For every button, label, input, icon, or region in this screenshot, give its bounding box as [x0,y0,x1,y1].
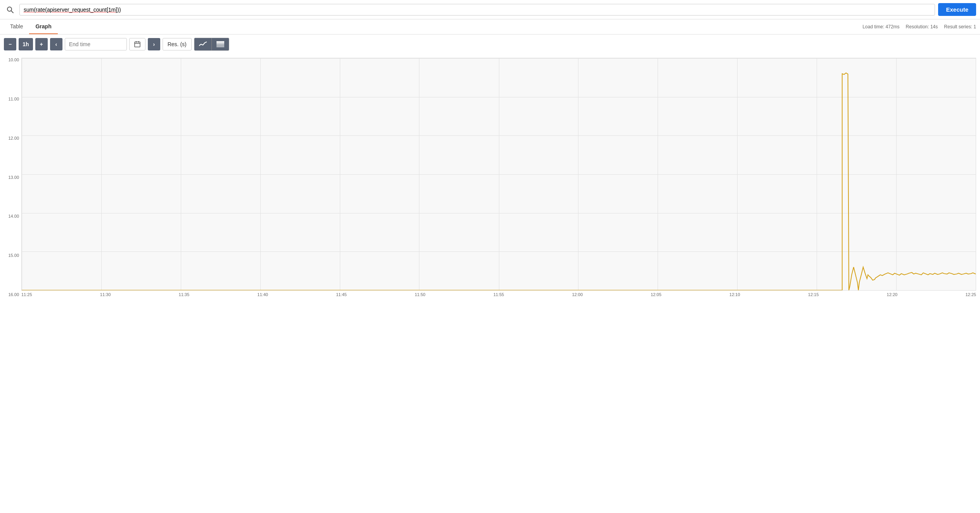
svg-rect-2 [135,42,140,47]
x-label-1215: 12:15 [808,292,819,297]
y-label-16: 16.00 [8,293,19,297]
x-label-1145: 11:45 [336,292,347,297]
y-axis: 16.00 15.00 14.00 13.00 12.00 11.00 10.0… [0,58,21,297]
x-label-1220: 12:20 [887,292,898,297]
zoom-out-button[interactable]: − [4,38,16,50]
x-label-1125: 11:25 [21,292,32,297]
x-axis: 11:25 11:30 11:35 11:40 11:45 11:50 11:5… [21,291,976,297]
calendar-button[interactable] [129,38,145,50]
query-input[interactable] [19,4,935,16]
grid-h-6 [22,290,976,291]
chart-type-group [194,38,229,51]
chart-area [21,58,976,291]
x-label-1150: 11:50 [415,292,426,297]
chart-container: 16.00 15.00 14.00 13.00 12.00 11.00 10.0… [0,54,980,312]
y-label-14: 14.00 [8,214,19,218]
x-label-1225: 12:25 [965,292,976,297]
next-button[interactable]: › [148,38,160,50]
line-chart-button[interactable] [194,38,211,50]
svg-rect-6 [216,44,224,47]
x-label-1155: 11:55 [493,292,504,297]
prev-button[interactable]: ‹ [50,38,62,50]
x-label-1210: 12:10 [729,292,740,297]
grid-v-12 [976,58,976,290]
zoom-in-button[interactable]: + [35,38,48,50]
controls-bar: − 1h + ‹ › Res. (s) [0,35,980,54]
tab-graph[interactable]: Graph [29,19,57,34]
y-label-15: 15.00 [8,253,19,258]
svg-rect-7 [216,43,224,44]
search-icon [4,3,16,16]
top-bar: Execute [0,0,980,19]
duration-label: 1h [19,38,33,50]
x-label-1205: 12:05 [651,292,661,297]
y-label-12: 12.00 [8,136,19,140]
meta-info: Load time: 472ms Resolution: 14s Result … [862,24,976,29]
x-label-1140: 11:40 [257,292,268,297]
y-label-10: 10.00 [8,58,19,62]
execute-button[interactable]: Execute [938,3,976,16]
x-label-1200: 12:00 [572,292,583,297]
x-label-1135: 11:35 [179,292,190,297]
resolution: Resolution: 14s [906,24,938,29]
tab-table[interactable]: Table [4,19,29,34]
x-label-1130: 11:30 [100,292,111,297]
load-time: Load time: 472ms [862,24,899,29]
stacked-chart-button[interactable] [211,38,229,50]
y-label-13: 13.00 [8,175,19,180]
chart-svg [22,58,976,290]
y-label-11: 11.00 [8,97,19,101]
svg-line-1 [11,11,13,13]
resolution-button[interactable]: Res. (s) [163,38,192,50]
tabs-bar: Table Graph Load time: 472ms Resolution:… [0,19,980,35]
result-series: Result series: 1 [944,24,976,29]
svg-rect-8 [216,41,224,43]
end-time-input[interactable] [65,38,127,50]
